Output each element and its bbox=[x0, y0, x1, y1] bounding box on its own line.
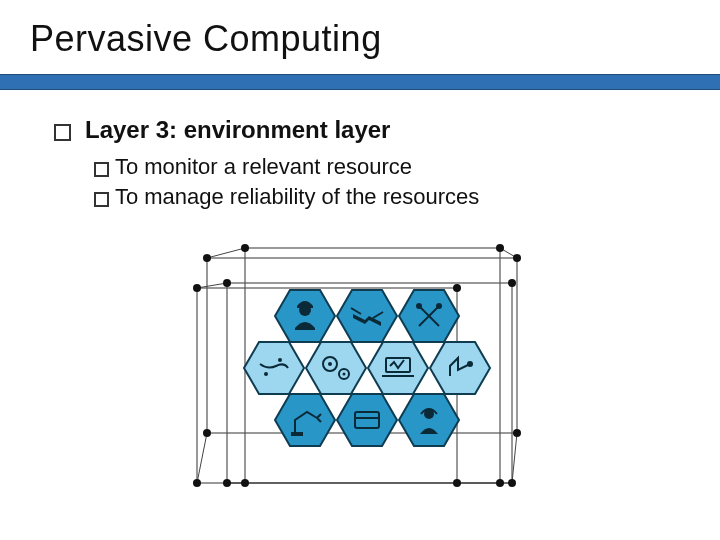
svg-marker-50 bbox=[337, 394, 397, 446]
subitem-prefix: To bbox=[115, 184, 138, 210]
svg-point-33 bbox=[416, 303, 422, 309]
svg-line-8 bbox=[197, 433, 207, 483]
slide: Pervasive Computing Layer 3: environment… bbox=[0, 0, 720, 540]
svg-line-6 bbox=[197, 283, 227, 288]
hex-person-icon bbox=[399, 394, 459, 446]
hex-gears-icon bbox=[306, 342, 366, 394]
square-bullet-icon bbox=[94, 162, 109, 177]
svg-rect-49 bbox=[291, 432, 303, 436]
subitem-prefix: To bbox=[115, 154, 138, 180]
subitem-text: monitor a relevant resource bbox=[144, 154, 412, 180]
svg-point-26 bbox=[496, 479, 504, 487]
square-bullet-icon bbox=[54, 124, 71, 141]
heading-layer3: Layer 3: environment layer bbox=[54, 116, 680, 144]
svg-point-47 bbox=[467, 361, 473, 367]
svg-point-19 bbox=[203, 429, 211, 437]
hex-blank-icon bbox=[430, 342, 490, 394]
slide-body: Layer 3: environment layer To monitor a … bbox=[0, 90, 720, 518]
svg-point-18 bbox=[453, 284, 461, 292]
svg-point-23 bbox=[223, 479, 231, 487]
svg-point-34 bbox=[436, 303, 442, 309]
svg-point-24 bbox=[508, 479, 516, 487]
svg-point-13 bbox=[241, 244, 249, 252]
svg-point-17 bbox=[193, 284, 201, 292]
svg-point-21 bbox=[193, 479, 201, 487]
subitem-text: manage reliability of the resources bbox=[144, 184, 479, 210]
svg-line-4 bbox=[207, 248, 245, 258]
square-bullet-icon bbox=[94, 192, 109, 207]
svg-point-36 bbox=[264, 372, 268, 376]
svg-point-12 bbox=[513, 254, 521, 262]
svg-marker-29 bbox=[337, 290, 397, 342]
title-rule bbox=[0, 74, 720, 90]
svg-point-20 bbox=[513, 429, 521, 437]
subitem-1: To monitor a relevant resource bbox=[94, 154, 680, 180]
svg-marker-35 bbox=[244, 342, 304, 394]
environment-layer-figure bbox=[167, 228, 567, 518]
hex-handshake-icon bbox=[337, 290, 397, 342]
svg-point-25 bbox=[241, 479, 249, 487]
svg-marker-48 bbox=[275, 394, 335, 446]
svg-point-41 bbox=[328, 362, 332, 366]
svg-point-16 bbox=[508, 279, 516, 287]
subitem-2: To manage reliability of the resources bbox=[94, 184, 680, 210]
svg-marker-53 bbox=[399, 394, 459, 446]
slide-title: Pervasive Computing bbox=[0, 0, 720, 60]
heading-text: Layer 3: environment layer bbox=[85, 116, 390, 144]
svg-line-9 bbox=[512, 433, 517, 483]
svg-point-14 bbox=[496, 244, 504, 252]
svg-point-37 bbox=[278, 358, 282, 362]
svg-point-42 bbox=[343, 373, 346, 376]
hex-tools-icon bbox=[399, 290, 459, 342]
hex-worker-icon bbox=[275, 290, 335, 342]
svg-point-11 bbox=[203, 254, 211, 262]
hex-laptop-icon bbox=[368, 342, 428, 394]
svg-point-15 bbox=[223, 279, 231, 287]
hex-empty-icon bbox=[337, 394, 397, 446]
svg-point-22 bbox=[453, 479, 461, 487]
hex-globe-icon bbox=[244, 342, 304, 394]
hex-network-svg bbox=[167, 228, 567, 518]
hex-cluster bbox=[244, 290, 490, 446]
hex-robot-arm-icon bbox=[275, 394, 335, 446]
